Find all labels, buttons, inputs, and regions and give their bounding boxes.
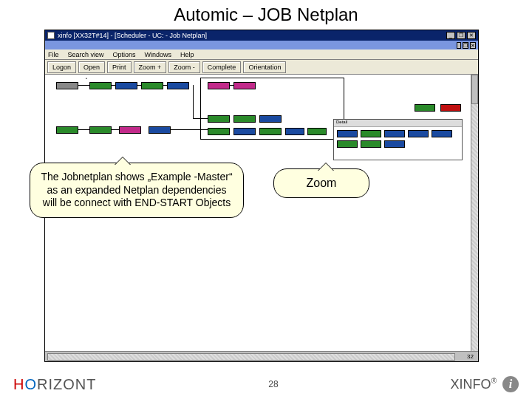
- doc-maximize-button[interactable]: ❐: [463, 42, 468, 49]
- minimize-button[interactable]: _: [446, 32, 455, 39]
- record-count: 32: [463, 353, 478, 360]
- menu-options[interactable]: Options: [113, 51, 136, 58]
- job-node[interactable]: [149, 126, 171, 134]
- job-node[interactable]: [415, 104, 435, 112]
- job-node[interactable]: [141, 82, 163, 89]
- detail-panel[interactable]: Detail: [333, 119, 463, 160]
- brand-horizont: HORIZONT: [13, 376, 96, 393]
- statusbar: 32: [45, 351, 478, 361]
- app-icon: [47, 32, 55, 39]
- menu-help[interactable]: Help: [180, 51, 194, 58]
- main-titlebar: xinfo [XX32T#14] - [Scheduler - UC: - Jo…: [45, 30, 478, 41]
- info-icon: i: [502, 376, 519, 392]
- toolbar: Logon Open Print Zoom + Zoom - Complete …: [45, 60, 478, 75]
- orientation-button[interactable]: Orientation: [243, 61, 286, 73]
- detail-node[interactable]: [337, 140, 358, 148]
- job-node[interactable]: [56, 126, 78, 134]
- detail-header: Detail: [334, 120, 462, 127]
- job-node[interactable]: [167, 82, 189, 89]
- job-node[interactable]: [89, 82, 112, 89]
- zoom-out-button[interactable]: Zoom -: [168, 61, 200, 73]
- vscroll-thumb[interactable]: [471, 75, 478, 104]
- open-button[interactable]: Open: [78, 61, 105, 73]
- slide-footer: HORIZONT 28 XINFO® i: [0, 369, 532, 399]
- connector: [112, 129, 119, 130]
- vertical-scrollbar[interactable]: [471, 75, 478, 351]
- job-node[interactable]: [115, 82, 137, 89]
- slide-title: Automic – JOB Netplan: [0, 0, 532, 28]
- doc-close-button[interactable]: ✕: [470, 42, 476, 49]
- connector: [137, 85, 141, 86]
- callout-description: The Jobnetplan shows „Example -Master“ a…: [30, 163, 244, 218]
- connector: [112, 85, 115, 86]
- detail-node[interactable]: [361, 140, 381, 148]
- row-label: •: [86, 76, 87, 81]
- horizontal-scrollbar[interactable]: [47, 353, 455, 361]
- window-controls: _ ❐ ✕: [446, 32, 476, 39]
- detail-node[interactable]: [384, 140, 405, 148]
- window-title: xinfo [XX32T#14] - [Scheduler - UC: - Jo…: [58, 32, 207, 39]
- menubar: File Search view Options Windows Help: [45, 50, 478, 60]
- job-node[interactable]: [56, 82, 78, 89]
- callout-zoom: Zoom: [273, 168, 369, 198]
- zoom-highlight-rect: [200, 78, 344, 140]
- detail-node[interactable]: [337, 130, 358, 137]
- connector: [78, 85, 89, 86]
- connector: [78, 129, 89, 130]
- print-button[interactable]: Print: [107, 61, 132, 73]
- complete-button[interactable]: Complete: [202, 61, 242, 73]
- maximize-button[interactable]: ❐: [457, 32, 466, 39]
- document-titlebar: _ ❐ ✕: [45, 41, 478, 50]
- connector: [163, 85, 167, 86]
- job-node[interactable]: [119, 126, 141, 134]
- job-node[interactable]: [440, 104, 461, 112]
- job-node[interactable]: [89, 126, 112, 134]
- menu-windows[interactable]: Windows: [145, 51, 172, 58]
- menu-file[interactable]: File: [48, 51, 59, 58]
- detail-node[interactable]: [361, 130, 381, 137]
- zoom-in-button[interactable]: Zoom +: [134, 61, 167, 73]
- detail-node[interactable]: [384, 130, 405, 137]
- close-button[interactable]: ✕: [467, 32, 476, 39]
- brand-xinfo: XINFO® i: [451, 376, 519, 392]
- connector: [193, 85, 194, 118]
- doc-minimize-button[interactable]: _: [457, 42, 461, 49]
- detail-node[interactable]: [408, 130, 429, 137]
- page-number: 28: [96, 379, 450, 389]
- menu-search[interactable]: Search view: [68, 51, 104, 58]
- detail-node[interactable]: [432, 130, 452, 137]
- logon-button[interactable]: Logon: [47, 61, 76, 73]
